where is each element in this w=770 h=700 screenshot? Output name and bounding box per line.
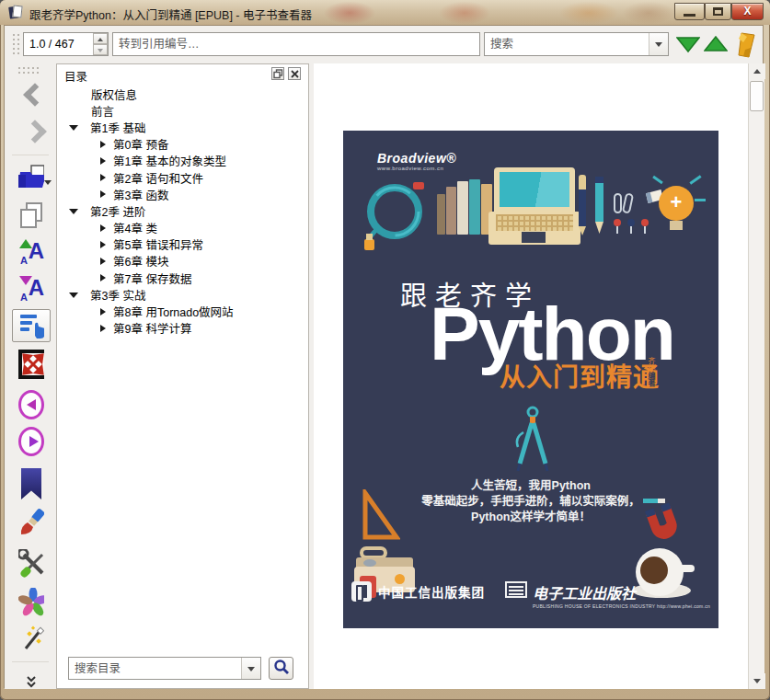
- expand-arrow-icon[interactable]: [98, 156, 108, 166]
- copy-pages-icon: [18, 201, 44, 229]
- author-role: 编著: [647, 372, 655, 386]
- increase-font-button[interactable]: [12, 235, 51, 269]
- expand-arrow-icon[interactable]: [98, 324, 108, 333]
- toc-item[interactable]: 第3季 实战: [57, 286, 308, 303]
- expand-arrow-icon[interactable]: [69, 290, 78, 299]
- toc-search-combobox: [68, 657, 261, 680]
- green-down-arrow-icon: [676, 35, 700, 53]
- toc-toggle-button[interactable]: [12, 309, 51, 342]
- settings-tools-button[interactable]: [12, 547, 51, 580]
- toc-item[interactable]: 第4章 类: [57, 220, 308, 236]
- toc-item[interactable]: 第7章 保存数据: [57, 270, 308, 286]
- annotate-button[interactable]: [12, 506, 51, 539]
- magnet-illustration: [639, 497, 687, 554]
- toc-item-label: 第7章 保存数据: [113, 270, 191, 287]
- toc-item[interactable]: 第2章 语句和文件: [57, 169, 308, 186]
- expand-arrow-icon[interactable]: [98, 140, 108, 149]
- vertical-scrollbar[interactable]: [748, 63, 764, 689]
- toc-item[interactable]: 第3章 函数: [57, 186, 308, 202]
- search-dropdown-button[interactable]: [649, 33, 668, 55]
- previous-page-button[interactable]: [12, 388, 51, 421]
- paperclips-illustration: [614, 193, 634, 217]
- books-illustration: [437, 183, 492, 235]
- minimize-icon: [684, 14, 695, 17]
- expand-arrow-icon[interactable]: [98, 307, 108, 316]
- find-previous-button[interactable]: [698, 34, 724, 54]
- highlight-all-button[interactable]: [730, 30, 756, 58]
- app-icon: [8, 5, 24, 20]
- spin-up-button[interactable]: [93, 33, 108, 44]
- back-button[interactable]: [12, 79, 51, 112]
- toc-item[interactable]: 前言: [57, 102, 308, 119]
- expand-arrow-icon[interactable]: [98, 189, 108, 199]
- toc-item-label: 第2章 语句和文件: [113, 169, 203, 187]
- toc-item[interactable]: 第2季 进阶: [57, 202, 308, 219]
- toc-item[interactable]: 第9章 科学计算: [57, 320, 308, 337]
- toc-search-input[interactable]: [68, 657, 261, 680]
- fullscreen-button[interactable]: [12, 348, 51, 381]
- toolbar-overflow-button[interactable]: [12, 671, 51, 692]
- open-file-button[interactable]: [12, 160, 51, 193]
- toc-search-bar: [57, 657, 308, 683]
- page-spinner: [23, 32, 109, 56]
- expand-arrow-icon[interactable]: [98, 173, 108, 182]
- toc-item[interactable]: 第1章 基本的对象类型: [57, 153, 308, 169]
- open-dropdown-icon[interactable]: [44, 180, 52, 185]
- toc-item-label: 第5章 错误和异常: [113, 235, 203, 253]
- expand-arrow-icon[interactable]: [98, 224, 108, 233]
- toc-item[interactable]: 第5章 错误和异常: [57, 236, 308, 253]
- toc-item[interactable]: 第0章 预备: [57, 136, 308, 153]
- side-toolbar-grip[interactable]: [17, 66, 41, 74]
- broadview-url: www.broadview.com.cn: [377, 166, 456, 171]
- toc-item[interactable]: 第1季 基础: [57, 119, 308, 135]
- toc-item-label: 第1章 基本的对象类型: [113, 152, 226, 169]
- top-toolbar: [5, 26, 763, 63]
- theme-pinwheel-button[interactable]: [12, 586, 51, 619]
- scroll-up-button[interactable]: [749, 63, 765, 79]
- expand-arrow-icon[interactable]: [98, 257, 108, 266]
- find-next-button[interactable]: [671, 34, 696, 54]
- publisher-group-logo: [351, 581, 372, 602]
- toc-search-dropdown-button[interactable]: [241, 658, 260, 679]
- expand-arrow-icon[interactable]: [69, 122, 78, 132]
- spin-down-button[interactable]: [93, 44, 108, 55]
- toc-item[interactable]: 第8章 用Tornado做网站: [57, 303, 308, 319]
- expand-arrow-icon[interactable]: [69, 206, 78, 215]
- scroll-down-button[interactable]: [749, 673, 765, 689]
- toc-item-label: 第9章 科学计算: [113, 319, 191, 337]
- orange-scroll-icon: [736, 31, 758, 59]
- decrease-font-button[interactable]: [12, 272, 51, 305]
- minimize-button[interactable]: [674, 3, 705, 20]
- publisher-house-subtext: PUBLISHING HOUSE OF ELECTRONICS INDUSTRY…: [533, 603, 710, 609]
- compass-illustration: [507, 405, 558, 476]
- magic-wand-button[interactable]: [12, 623, 51, 656]
- title-bar[interactable]: 跟老齐学Python：从入门到精通 [EPUB] - 电子书查看器 X: [0, 0, 770, 25]
- search-input[interactable]: [484, 32, 669, 56]
- scroll-thumb[interactable]: [750, 81, 764, 111]
- toc-search-button[interactable]: [269, 657, 293, 680]
- close-icon: X: [732, 5, 763, 17]
- copy-button[interactable]: [12, 199, 51, 232]
- toc-panel: 目录: [56, 63, 309, 689]
- cover-author-badge: 齐伟编著: [643, 356, 658, 387]
- toc-panel-header[interactable]: 目录: [57, 64, 308, 84]
- forward-icon: [24, 120, 39, 144]
- maximize-button[interactable]: [705, 3, 731, 20]
- maximize-icon: [713, 7, 723, 16]
- toc-close-button[interactable]: [288, 67, 301, 80]
- toc-hand-icon: [18, 312, 44, 339]
- forward-button[interactable]: [12, 116, 51, 149]
- toc-item[interactable]: 第6章 模块: [57, 253, 308, 270]
- goto-reference-input[interactable]: [112, 32, 480, 56]
- toc-float-button[interactable]: [271, 67, 284, 80]
- close-button[interactable]: X: [731, 3, 764, 20]
- next-page-button[interactable]: [12, 425, 51, 458]
- toc-item[interactable]: 版权信息: [57, 86, 308, 102]
- float-window-icon: [273, 69, 283, 79]
- pinwheel-icon: [18, 588, 44, 617]
- expand-arrow-icon[interactable]: [98, 273, 108, 282]
- toc-item-label: 版权信息: [91, 86, 137, 103]
- expand-arrow-icon[interactable]: [98, 240, 108, 249]
- bookmark-button[interactable]: [12, 467, 51, 500]
- toolbar-grip[interactable]: [12, 33, 21, 55]
